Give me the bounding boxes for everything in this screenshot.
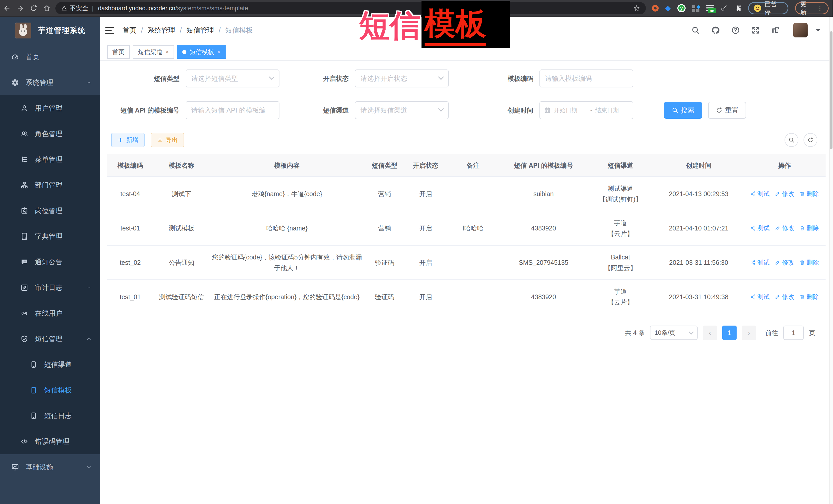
fullscreen-icon[interactable] xyxy=(751,26,760,34)
tab-首页[interactable]: 首页 xyxy=(107,45,130,59)
current-page-button[interactable]: 1 xyxy=(722,326,737,340)
sidebar-item-基础设施[interactable]: 基础设施 xyxy=(0,454,100,480)
api-template-input[interactable]: 请输入短信 API 的模板编 xyxy=(186,101,280,119)
sidebar-item-菜单管理[interactable]: 菜单管理 xyxy=(0,147,100,172)
reset-button[interactable]: 重置 xyxy=(708,102,746,119)
cell: 验证码 xyxy=(364,291,405,303)
修改-link[interactable]: 修改 xyxy=(775,257,794,268)
window-scrollbar[interactable] xyxy=(829,17,833,504)
back-icon[interactable] xyxy=(3,4,11,12)
github-icon[interactable] xyxy=(711,26,720,34)
avatar-caret-icon[interactable] xyxy=(814,26,823,34)
phone-icon xyxy=(30,386,38,394)
测试-link[interactable]: 测试 xyxy=(750,189,770,199)
browser-menu-icon[interactable]: ⋮ xyxy=(816,4,823,12)
sidebar-item-岗位管理[interactable]: 岗位管理 xyxy=(0,198,100,223)
sidebar-item-短信模板[interactable]: 短信模板 xyxy=(0,377,100,403)
cell: 测试下 xyxy=(153,188,210,199)
template-code-input[interactable]: 请输入模板编码 xyxy=(540,70,633,88)
sidebar-item-审计日志[interactable]: 审计日志 xyxy=(0,275,100,301)
sidebar-item-label: 用户管理 xyxy=(35,103,63,113)
cell: test_02 xyxy=(107,257,153,268)
status-select[interactable]: 请选择开启状态 xyxy=(355,70,449,88)
scrollbar-thumb[interactable] xyxy=(830,31,832,149)
sidebar-item-错误码管理[interactable]: 错误码管理 xyxy=(0,429,100,454)
share-icon xyxy=(750,260,756,265)
user-avatar[interactable] xyxy=(793,23,808,38)
tab-短信渠道[interactable]: 短信渠道× xyxy=(133,45,174,59)
next-page-button[interactable]: › xyxy=(742,326,756,340)
删除-link[interactable]: 删除 xyxy=(800,189,819,199)
删除-link[interactable]: 删除 xyxy=(800,257,819,268)
search-icon[interactable] xyxy=(691,26,700,34)
breadcrumb-item[interactable]: 短信管理 xyxy=(186,26,214,35)
export-button[interactable]: 导出 xyxy=(151,133,184,147)
page-size-select[interactable]: 10条/页 xyxy=(650,326,698,340)
sidebar-item-首页[interactable]: 首页 xyxy=(0,44,100,70)
channel-select[interactable]: 请选择短信渠道 xyxy=(355,101,449,119)
prev-page-button[interactable]: ‹ xyxy=(703,326,717,340)
search-button[interactable]: 搜索 xyxy=(664,102,702,119)
address-bar[interactable]: 不安全 | dashboard.yudao.iocoder.cn/system/… xyxy=(55,2,646,14)
sidebar-item-用户管理[interactable]: 用户管理 xyxy=(0,95,100,121)
cell: 老鸡{name}，牛逼{code} xyxy=(210,188,364,199)
tab-短信模板[interactable]: 短信模板× xyxy=(177,45,225,59)
refresh-table-button[interactable] xyxy=(804,133,817,147)
测试-link[interactable]: 测试 xyxy=(750,257,770,268)
breadcrumb-item[interactable]: 首页 xyxy=(123,26,136,35)
filter-form: 短信类型 请选择短信类型 开启状态 请选择开启状态 模板编码 请输入模板编码 短… xyxy=(100,61,833,133)
chevron-down-icon xyxy=(438,74,444,80)
sidebar-item-短信日志[interactable]: 短信日志 xyxy=(0,403,100,429)
sidebar-item-在线用户[interactable]: 在线用户 xyxy=(0,301,100,326)
breadcrumb-item[interactable]: 系统管理 xyxy=(148,26,175,35)
sidebar-item-部门管理[interactable]: 部门管理 xyxy=(0,172,100,198)
sidebar-item-短信管理[interactable]: 短信管理 xyxy=(0,326,100,352)
close-tab-icon[interactable]: × xyxy=(217,49,220,55)
reload-icon[interactable] xyxy=(30,4,38,12)
goto-page-input[interactable]: 1 xyxy=(783,326,804,340)
app-logo-row[interactable]: 芋道管理系统 xyxy=(0,17,100,44)
forward-icon[interactable] xyxy=(17,4,24,12)
update-button[interactable]: 更新 ⋮ xyxy=(795,2,829,14)
app-header: 首页/系统管理/短信管理/短信模板 xyxy=(100,17,833,44)
extensions-puzzle-icon[interactable] xyxy=(734,5,741,12)
collapse-sidebar-icon[interactable] xyxy=(105,27,114,34)
extension-grid-icon[interactable]: ◆ xyxy=(692,5,699,12)
security-label[interactable]: 不安全 xyxy=(70,4,88,12)
toggle-search-button[interactable] xyxy=(785,133,799,147)
help-icon[interactable] xyxy=(731,26,740,34)
home-icon[interactable] xyxy=(43,4,51,12)
font-size-icon[interactable] xyxy=(771,26,780,34)
close-tab-icon[interactable]: × xyxy=(166,49,169,55)
add-button[interactable]: 新增 xyxy=(111,133,145,147)
修改-link[interactable]: 修改 xyxy=(775,292,794,302)
删除-link[interactable]: 删除 xyxy=(800,223,819,234)
sidebar-item-label: 系统管理 xyxy=(26,78,53,87)
extension-donut-icon[interactable] xyxy=(652,5,659,11)
删除-link[interactable]: 删除 xyxy=(800,292,819,302)
extension-key-icon[interactable] xyxy=(720,5,728,12)
sidebar-item-短信渠道[interactable]: 短信渠道 xyxy=(0,352,100,377)
测试-link[interactable]: 测试 xyxy=(750,292,770,302)
测试-link[interactable]: 测试 xyxy=(750,223,770,234)
extension-y-icon[interactable]: y xyxy=(677,4,686,12)
sidebar-item-系统管理[interactable]: 系统管理 xyxy=(0,70,100,95)
cell-channel: 测试渠道【调试(钉钉)】 xyxy=(587,183,654,205)
column-header: 模板编码 xyxy=(107,160,153,171)
sidebar-item-角色管理[interactable]: 角色管理 xyxy=(0,121,100,147)
profile-paused-badge[interactable]: 已暂停 xyxy=(748,2,788,14)
delete-icon xyxy=(800,294,805,300)
extension-list-icon[interactable]: on xyxy=(706,5,714,11)
create-time-range[interactable]: 开始日期 - 结束日期 xyxy=(540,101,633,119)
sidebar-item-通知公告[interactable]: 通知公告 xyxy=(0,249,100,275)
sms-type-select[interactable]: 请选择短信类型 xyxy=(186,70,280,88)
browser-toolbar: 不安全 | dashboard.yudao.iocoder.cn/system/… xyxy=(0,0,833,17)
sidebar-item-字典管理[interactable]: 字典管理 xyxy=(0,223,100,249)
修改-link[interactable]: 修改 xyxy=(775,189,794,199)
cell: 开启 xyxy=(405,257,446,268)
on-badge: on xyxy=(708,8,716,13)
extension-gem-icon[interactable]: ◆ xyxy=(665,5,671,12)
bookmark-star-icon[interactable] xyxy=(633,5,640,12)
修改-link[interactable]: 修改 xyxy=(775,223,794,234)
cell: 开启 xyxy=(405,188,446,199)
